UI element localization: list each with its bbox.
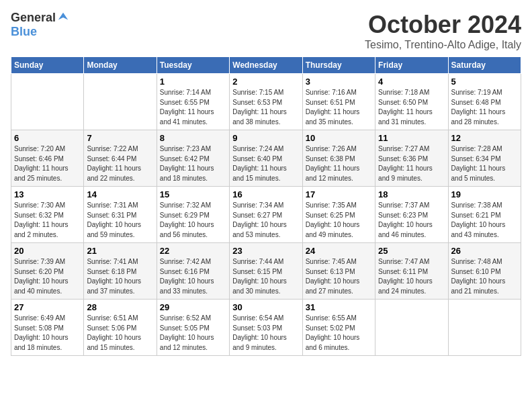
logo-bird-icon bbox=[57, 11, 69, 24]
day-info: Sunrise: 7:28 AMSunset: 6:34 PMDaylight:… bbox=[451, 144, 518, 183]
header-friday: Friday bbox=[375, 57, 448, 74]
logo: General Blue bbox=[11, 11, 69, 39]
day-number: 31 bbox=[306, 302, 372, 312]
calendar-cell: 5Sunrise: 7:19 AMSunset: 6:48 PMDaylight… bbox=[448, 74, 521, 130]
day-number: 5 bbox=[451, 77, 518, 87]
month-title: October 2024 bbox=[365, 11, 521, 39]
day-number: 10 bbox=[306, 133, 372, 143]
day-number: 12 bbox=[451, 133, 518, 143]
day-info: Sunrise: 7:38 AMSunset: 6:21 PMDaylight:… bbox=[451, 201, 518, 240]
day-number: 20 bbox=[14, 246, 81, 256]
day-number: 25 bbox=[378, 246, 445, 256]
calendar-cell: 7Sunrise: 7:22 AMSunset: 6:44 PMDaylight… bbox=[84, 130, 157, 187]
day-info: Sunrise: 7:37 AMSunset: 6:23 PMDaylight:… bbox=[378, 201, 445, 240]
week-row-3: 13Sunrise: 7:30 AMSunset: 6:32 PMDayligh… bbox=[11, 187, 521, 243]
day-number: 1 bbox=[160, 77, 226, 87]
day-info: Sunrise: 7:48 AMSunset: 6:10 PMDaylight:… bbox=[451, 257, 518, 296]
day-number: 23 bbox=[232, 246, 299, 256]
header-sunday: Sunday bbox=[11, 57, 84, 74]
day-number: 29 bbox=[160, 302, 226, 312]
calendar-cell: 8Sunrise: 7:23 AMSunset: 6:42 PMDaylight… bbox=[157, 130, 229, 187]
day-number: 11 bbox=[378, 133, 445, 143]
header: General Blue October 2024 Tesimo, Trenti… bbox=[11, 11, 521, 51]
header-tuesday: Tuesday bbox=[157, 57, 229, 74]
day-number: 30 bbox=[232, 302, 299, 312]
calendar-cell: 28Sunrise: 6:51 AMSunset: 5:06 PMDayligh… bbox=[84, 300, 157, 356]
day-info: Sunrise: 6:51 AMSunset: 5:06 PMDaylight:… bbox=[87, 314, 153, 353]
day-info: Sunrise: 7:47 AMSunset: 6:11 PMDaylight:… bbox=[378, 257, 445, 296]
day-info: Sunrise: 7:45 AMSunset: 6:13 PMDaylight:… bbox=[306, 257, 372, 296]
calendar-cell: 21Sunrise: 7:41 AMSunset: 6:18 PMDayligh… bbox=[84, 243, 157, 300]
day-number: 22 bbox=[160, 246, 226, 256]
day-info: Sunrise: 7:35 AMSunset: 6:25 PMDaylight:… bbox=[306, 201, 372, 240]
calendar-cell: 3Sunrise: 7:16 AMSunset: 6:51 PMDaylight… bbox=[302, 74, 375, 130]
calendar-cell: 17Sunrise: 7:35 AMSunset: 6:25 PMDayligh… bbox=[302, 187, 375, 243]
day-info: Sunrise: 7:18 AMSunset: 6:50 PMDaylight:… bbox=[378, 88, 445, 127]
day-info: Sunrise: 7:34 AMSunset: 6:27 PMDaylight:… bbox=[232, 201, 299, 240]
calendar-cell bbox=[84, 74, 157, 130]
calendar-cell: 9Sunrise: 7:24 AMSunset: 6:40 PMDaylight… bbox=[230, 130, 302, 187]
day-number: 2 bbox=[232, 77, 299, 87]
calendar-cell: 2Sunrise: 7:15 AMSunset: 6:53 PMDaylight… bbox=[230, 74, 302, 130]
logo-blue-text: Blue bbox=[11, 25, 37, 39]
day-info: Sunrise: 7:39 AMSunset: 6:20 PMDaylight:… bbox=[14, 257, 81, 296]
day-info: Sunrise: 7:15 AMSunset: 6:53 PMDaylight:… bbox=[232, 88, 299, 127]
day-number: 27 bbox=[14, 302, 81, 312]
day-info: Sunrise: 7:32 AMSunset: 6:29 PMDaylight:… bbox=[160, 201, 226, 240]
day-info: Sunrise: 7:27 AMSunset: 6:36 PMDaylight:… bbox=[378, 144, 445, 183]
calendar-table: SundayMondayTuesdayWednesdayThursdayFrid… bbox=[11, 56, 521, 356]
day-number: 28 bbox=[87, 302, 153, 312]
day-info: Sunrise: 7:24 AMSunset: 6:40 PMDaylight:… bbox=[232, 144, 299, 183]
calendar-cell: 14Sunrise: 7:31 AMSunset: 6:31 PMDayligh… bbox=[84, 187, 157, 243]
day-number: 15 bbox=[160, 189, 226, 199]
day-number: 7 bbox=[87, 133, 153, 143]
calendar-cell: 10Sunrise: 7:26 AMSunset: 6:38 PMDayligh… bbox=[302, 130, 375, 187]
week-row-1: 1Sunrise: 7:14 AMSunset: 6:55 PMDaylight… bbox=[11, 74, 521, 130]
calendar-cell bbox=[448, 300, 521, 356]
day-number: 4 bbox=[378, 77, 445, 87]
day-number: 8 bbox=[160, 133, 226, 143]
day-info: Sunrise: 7:44 AMSunset: 6:15 PMDaylight:… bbox=[232, 257, 299, 296]
calendar-cell bbox=[11, 74, 84, 130]
calendar-cell: 15Sunrise: 7:32 AMSunset: 6:29 PMDayligh… bbox=[157, 187, 229, 243]
calendar-cell: 26Sunrise: 7:48 AMSunset: 6:10 PMDayligh… bbox=[448, 243, 521, 300]
header-monday: Monday bbox=[84, 57, 157, 74]
logo-general-text: General bbox=[11, 11, 56, 25]
day-number: 13 bbox=[14, 189, 81, 199]
day-number: 3 bbox=[306, 77, 372, 87]
day-number: 24 bbox=[306, 246, 372, 256]
calendar-cell: 19Sunrise: 7:38 AMSunset: 6:21 PMDayligh… bbox=[448, 187, 521, 243]
calendar-cell: 27Sunrise: 6:49 AMSunset: 5:08 PMDayligh… bbox=[11, 300, 84, 356]
header-wednesday: Wednesday bbox=[230, 57, 302, 74]
day-info: Sunrise: 7:19 AMSunset: 6:48 PMDaylight:… bbox=[451, 88, 518, 127]
calendar-cell: 24Sunrise: 7:45 AMSunset: 6:13 PMDayligh… bbox=[302, 243, 375, 300]
calendar-cell: 30Sunrise: 6:54 AMSunset: 5:03 PMDayligh… bbox=[230, 300, 302, 356]
header-thursday: Thursday bbox=[302, 57, 375, 74]
calendar-cell: 23Sunrise: 7:44 AMSunset: 6:15 PMDayligh… bbox=[230, 243, 302, 300]
calendar-cell: 18Sunrise: 7:37 AMSunset: 6:23 PMDayligh… bbox=[375, 187, 448, 243]
day-info: Sunrise: 7:30 AMSunset: 6:32 PMDaylight:… bbox=[14, 201, 81, 240]
calendar-cell bbox=[375, 300, 448, 356]
day-number: 18 bbox=[378, 189, 445, 199]
day-info: Sunrise: 7:22 AMSunset: 6:44 PMDaylight:… bbox=[87, 144, 153, 183]
day-info: Sunrise: 7:16 AMSunset: 6:51 PMDaylight:… bbox=[306, 88, 372, 127]
svg-marker-0 bbox=[58, 12, 68, 19]
calendar-cell: 25Sunrise: 7:47 AMSunset: 6:11 PMDayligh… bbox=[375, 243, 448, 300]
day-number: 16 bbox=[232, 189, 299, 199]
day-number: 19 bbox=[451, 189, 518, 199]
day-number: 21 bbox=[87, 246, 153, 256]
day-info: Sunrise: 7:41 AMSunset: 6:18 PMDaylight:… bbox=[87, 257, 153, 296]
day-info: Sunrise: 7:23 AMSunset: 6:42 PMDaylight:… bbox=[160, 144, 226, 183]
title-area: October 2024 Tesimo, Trentino-Alto Adige… bbox=[365, 11, 521, 51]
day-info: Sunrise: 6:54 AMSunset: 5:03 PMDaylight:… bbox=[232, 314, 299, 353]
calendar-cell: 6Sunrise: 7:20 AMSunset: 6:46 PMDaylight… bbox=[11, 130, 84, 187]
week-row-4: 20Sunrise: 7:39 AMSunset: 6:20 PMDayligh… bbox=[11, 243, 521, 300]
day-info: Sunrise: 7:20 AMSunset: 6:46 PMDaylight:… bbox=[14, 144, 81, 183]
day-info: Sunrise: 6:55 AMSunset: 5:02 PMDaylight:… bbox=[306, 314, 372, 353]
calendar-cell: 29Sunrise: 6:52 AMSunset: 5:05 PMDayligh… bbox=[157, 300, 229, 356]
day-info: Sunrise: 6:49 AMSunset: 5:08 PMDaylight:… bbox=[14, 314, 81, 353]
day-number: 9 bbox=[232, 133, 299, 143]
calendar-cell: 12Sunrise: 7:28 AMSunset: 6:34 PMDayligh… bbox=[448, 130, 521, 187]
calendar-cell: 13Sunrise: 7:30 AMSunset: 6:32 PMDayligh… bbox=[11, 187, 84, 243]
day-info: Sunrise: 7:42 AMSunset: 6:16 PMDaylight:… bbox=[160, 257, 226, 296]
